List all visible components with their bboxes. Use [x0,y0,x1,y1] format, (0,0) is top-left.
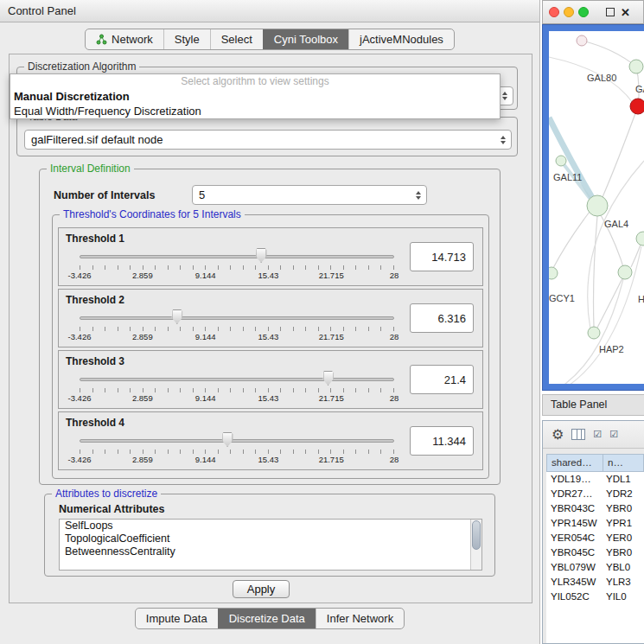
dropdown-option-manual-discretization[interactable]: Manual Discretization [10,89,500,104]
tab-infer-network[interactable]: Infer Network [316,609,404,628]
network-view-window: ✕ GAL80GAL11GAL4GCY1HAP2GAH [542,0,644,391]
slider-thumb[interactable] [256,248,267,263]
table-data-combobox[interactable]: galFiltered.sif default node [24,130,512,150]
cell-shared-name[interactable]: YER054C [546,531,603,545]
slider-thumb[interactable] [171,309,182,324]
tab-network[interactable]: Network [86,29,163,49]
control-panel-titlebar[interactable]: Control Panel [0,0,539,22]
scrollbar-thumb[interactable] [472,520,481,550]
column-header-shared-name[interactable]: shared… [546,454,603,472]
dropdown-option-equal-width-frequency[interactable]: Equal Width/Frequency Discretization [10,104,500,118]
table-row[interactable]: YBR043CYBR0 [546,501,644,516]
table-row[interactable]: YLR345WYLR3 [546,575,644,590]
threshold-value-field[interactable]: 6.316 [410,303,474,333]
apply-button[interactable]: Apply [233,580,290,598]
attributes-scrollbar[interactable] [470,520,481,570]
cell-shared-name[interactable]: YPR145W [546,516,603,531]
cell-shared-name[interactable]: YDL19… [546,472,603,487]
tab-discretize-data[interactable]: Discretize Data [218,609,316,628]
cell-name[interactable]: YBL0 [603,560,644,575]
slider-track[interactable] [80,439,394,443]
slider-track[interactable] [80,316,394,320]
minimize-traffic-light[interactable] [564,7,574,17]
network-node[interactable] [629,60,643,73]
numerical-attributes-list[interactable]: SelfLoopsTopologicalCoefficientBetweenne… [59,519,482,571]
tab-select[interactable]: Select [210,29,263,49]
cell-name[interactable]: YIL0 [603,590,644,604]
close-traffic-light[interactable] [549,7,559,17]
slider-tick-labels: -3.4262.8599.14415.4321.71528 [80,455,394,465]
network-window-titlebar[interactable]: ✕ [542,0,644,24]
cell-shared-name[interactable]: YBL079W [546,560,603,575]
slider-tick-label: 28 [390,271,399,280]
threshold-value-field[interactable]: 11.344 [410,426,474,456]
network-node[interactable] [577,35,587,46]
cell-shared-name[interactable]: YLR345W [546,575,603,590]
network-node[interactable] [636,232,644,245]
select-all-icon[interactable]: ☑ [593,430,602,439]
gear-icon[interactable]: ⚙ [552,428,564,442]
number-of-intervals-combobox[interactable]: 5 [192,185,427,205]
dropdown-placeholder-option[interactable]: Select algorithm to view settings [10,74,500,89]
cell-shared-name[interactable]: YBR043C [546,501,603,516]
column-header-name[interactable]: n… [603,454,644,472]
close-icon[interactable]: ✕ [621,7,630,18]
tab-cyni-toolbox[interactable]: Cyni Toolbox [263,29,348,49]
table-panel-titlebar[interactable]: Table Panel [542,394,644,416]
threshold-slider[interactable]: -3.4262.8599.14415.4321.71528 [80,309,394,343]
tab-impute-data[interactable]: Impute Data [136,609,218,628]
attribute-list-item[interactable]: SelfLoops [60,520,481,532]
table-data-selected-value: galFiltered.sif default node [31,133,163,146]
maximize-icon[interactable] [606,8,615,16]
network-node[interactable] [630,99,644,114]
threshold-value-field[interactable]: 21.4 [410,365,474,394]
slider-ticks [80,450,394,454]
slider-tick-label: 15.43 [258,332,279,341]
combo-stepper-icon[interactable] [411,188,424,202]
network-node[interactable] [588,327,600,339]
tab-jactivemodules[interactable]: jActiveMNodules [348,29,454,49]
threshold-slider[interactable]: -3.4262.8599.14415.4321.71528 [80,431,394,466]
select-column-icon[interactable]: ☑ [609,430,618,439]
table-row[interactable]: YIL052CYIL0 [546,590,644,604]
cell-name[interactable]: YDL1 [603,472,644,487]
cell-name[interactable]: YPR1 [603,516,644,531]
slider-tick-label: 15.43 [258,393,279,403]
network-canvas[interactable]: GAL80GAL11GAL4GCY1HAP2GAH [549,31,644,384]
network-node[interactable] [549,267,558,279]
cell-name[interactable]: YBR0 [603,501,644,516]
threshold-slider[interactable]: -3.4262.8599.14415.4321.71528 [80,370,394,405]
combo-stepper-icon[interactable] [496,133,509,147]
network-node[interactable] [587,195,608,216]
network-edge [594,216,598,327]
slider-track[interactable] [80,255,394,258]
threshold-slider[interactable]: -3.4262.8599.14415.4321.71528 [80,247,394,282]
cell-shared-name[interactable]: YIL052C [546,590,603,604]
table-row[interactable]: YBR045CYBR0 [546,545,644,560]
cell-name[interactable]: YBR0 [603,545,644,560]
cell-name[interactable]: YLR3 [603,575,644,590]
table-row[interactable]: YDR27…YDR2 [546,487,644,501]
attribute-list-item[interactable]: BetweennessCentrality [60,545,481,558]
zoom-traffic-light[interactable] [578,7,589,17]
cell-name[interactable]: YDR2 [603,487,644,501]
table-row[interactable]: YBL079WYBL0 [546,560,644,575]
attribute-list-item[interactable]: TopologicalCoefficient [60,532,481,545]
tab-style[interactable]: Style [163,29,210,49]
cell-shared-name[interactable]: YBR045C [546,545,603,560]
slider-thumb[interactable] [322,371,334,386]
slider-track[interactable] [80,378,394,381]
cell-shared-name[interactable]: YDR27… [546,487,603,501]
table-row[interactable]: YDL19…YDL1 [546,472,644,487]
bottom-tab-bar: Impute Data Discretize Data Infer Networ… [0,608,539,629]
algorithm-dropdown-popup: Select algorithm to view settings Manual… [10,73,501,119]
threshold-value-field[interactable]: 14.713 [410,242,474,271]
slider-thumb[interactable] [222,432,233,447]
network-node[interactable] [556,156,566,166]
table-row[interactable]: YPR145WYPR1 [546,516,644,531]
table-row[interactable]: YER054CYER0 [546,531,644,545]
network-node[interactable] [618,265,632,279]
network-edge [603,106,638,197]
columns-icon[interactable] [571,429,585,440]
cell-name[interactable]: YER0 [603,531,644,545]
